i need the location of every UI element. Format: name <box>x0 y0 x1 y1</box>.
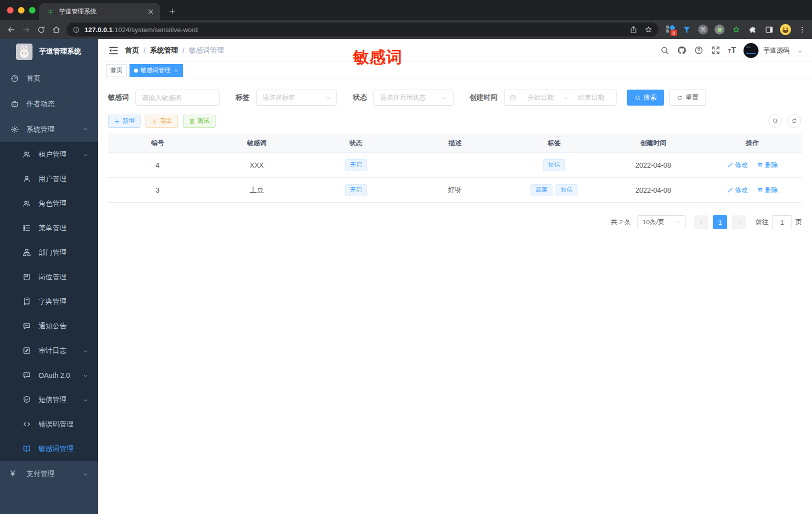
delete-link[interactable]: 删除 <box>757 186 778 195</box>
reset-button[interactable]: 重置 <box>669 90 706 106</box>
minimize-window-button[interactable] <box>18 7 24 14</box>
profile-emoji-icon[interactable] <box>779 23 792 36</box>
sidebar-item-tenant[interactable]: 租户管理 <box>0 142 98 167</box>
forward-button[interactable] <box>18 22 34 37</box>
sidebar-item-oauth[interactable]: OAuth 2.0 <box>0 363 98 387</box>
edit-link[interactable]: 修改 <box>727 161 748 170</box>
sidebar-item-label: 敏感词管理 <box>38 444 74 453</box>
tag-首页[interactable]: 首页 <box>106 64 127 77</box>
prev-page-button[interactable] <box>694 215 708 229</box>
refresh-icon <box>791 118 798 124</box>
side-panel-icon[interactable] <box>762 23 776 36</box>
sidebar-item-audit-log[interactable]: 审计日志 <box>0 338 98 363</box>
caret-down-icon[interactable] <box>797 48 803 54</box>
tag-close-icon[interactable] <box>173 68 178 73</box>
sidebar-item-menu[interactable]: 菜单管理 <box>0 216 98 240</box>
dashboard-icon <box>10 74 19 83</box>
address-bar[interactable]: 127.0.0.1:1024/system/sensitive-word <box>66 23 658 37</box>
openbook-icon <box>22 444 31 453</box>
github-icon[interactable] <box>677 46 686 55</box>
bookmark-star-icon[interactable] <box>644 26 652 34</box>
record-icon[interactable] <box>713 23 726 36</box>
date-range-picker[interactable]: 开始日期 - 结束日期 <box>504 90 617 106</box>
tags-view-bar: 首页敏感词管理 <box>98 62 812 79</box>
user-avatar[interactable] <box>744 43 758 58</box>
sidebar-item-error-code[interactable]: 错误码管理 <box>0 412 98 436</box>
user-name[interactable]: 芋道源码 <box>764 46 790 55</box>
table-row: 3土豆开启好呀蔬菜短信2022-04-08修改删除 <box>108 178 802 203</box>
refresh-table-button[interactable] <box>788 114 801 128</box>
browser-tab[interactable]: 芋道管理系统 <box>39 3 160 20</box>
测试-button[interactable]: 测试 <box>183 115 216 128</box>
zoom-window-button[interactable] <box>29 7 36 14</box>
refresh-icon <box>676 95 683 101</box>
help-icon[interactable] <box>694 46 704 55</box>
tag-select[interactable]: 请选择标签 <box>256 90 337 106</box>
cell-id: 4 <box>108 161 207 169</box>
filter-label-tag: 标签 <box>236 93 250 102</box>
tag-select-placeholder: 请选择标签 <box>262 93 295 102</box>
home-button[interactable] <box>48 22 64 37</box>
kebab-icon[interactable] <box>796 23 808 36</box>
back-button[interactable] <box>4 22 18 37</box>
page-number-1[interactable]: 1 <box>713 215 727 229</box>
sidebar-item-post[interactable]: 岗位管理 <box>0 265 98 289</box>
search-icon[interactable] <box>660 46 670 55</box>
导出-button[interactable]: 导出 <box>146 115 178 128</box>
delete-link[interactable]: 删除 <box>757 161 778 170</box>
sidebar-item-user[interactable]: 用户管理 <box>0 167 98 191</box>
goto-page-input[interactable] <box>772 215 792 229</box>
column-header: 标签 <box>504 139 604 148</box>
sidebar-item-sensitive-word[interactable]: 敏感词管理 <box>0 436 98 461</box>
fold-menu-icon[interactable] <box>108 45 119 56</box>
yen-icon: ¥ <box>10 469 19 478</box>
sidebar-item-dict[interactable]: 字典管理 <box>0 289 98 314</box>
sidebar-item-pay[interactable]: ¥支付管理 <box>0 461 98 486</box>
breadcrumb-item[interactable]: 首页 <box>125 46 139 55</box>
show-search-button[interactable] <box>768 114 782 128</box>
tag-敏感词管理[interactable]: 敏感词管理 <box>130 64 183 77</box>
new-tab-button[interactable] <box>165 4 179 18</box>
新增-button[interactable]: 新增 <box>108 115 140 128</box>
sidebar-item-home[interactable]: 首页 <box>0 66 98 91</box>
sidebar-item-system[interactable]: 系统管理 <box>0 117 98 142</box>
ext-grid-icon[interactable]: 9 <box>664 23 676 36</box>
tab-close-icon[interactable] <box>146 8 155 16</box>
sidebar-item-dept[interactable]: 部门管理 <box>0 240 98 265</box>
puzzle-icon[interactable] <box>746 23 759 36</box>
next-page-button[interactable] <box>732 215 746 229</box>
fullscreen-icon[interactable] <box>711 46 720 55</box>
status-badge: 开启 <box>345 184 367 196</box>
trash-icon <box>757 187 764 193</box>
cell-word: XXX <box>207 161 306 169</box>
search-button[interactable]: 搜索 <box>627 90 664 106</box>
breadcrumb-item[interactable]: 系统管理 <box>150 46 178 55</box>
sidebar-item-author-news[interactable]: 作者动态 <box>0 91 98 117</box>
command-icon[interactable]: ⌘ <box>696 23 710 36</box>
word-input[interactable] <box>136 90 220 106</box>
browser-tab-strip: 芋道管理系统 <box>0 0 812 20</box>
extensions-area: 9⌘ <box>662 23 808 36</box>
close-window-button[interactable] <box>7 7 14 14</box>
site-info-icon[interactable] <box>72 26 80 34</box>
tag-badge: 短信 <box>543 159 565 171</box>
page-size-select[interactable]: 10条/页 <box>637 215 686 229</box>
green-star-icon[interactable] <box>730 23 742 36</box>
column-header: 创建时间 <box>604 139 702 148</box>
share-icon[interactable] <box>630 26 638 34</box>
sidebar-item-sms[interactable]: 短信管理 <box>0 387 98 412</box>
page-numbers: 1 <box>710 215 730 229</box>
pagination: 共 2 条 10条/页 1 前往 页 <box>108 215 802 229</box>
status-select[interactable]: 请选择启用状态 <box>374 90 454 106</box>
font-size-icon[interactable]: TT <box>728 47 736 55</box>
reload-button[interactable] <box>34 22 48 37</box>
edit-link[interactable]: 修改 <box>727 186 748 195</box>
funnel-icon[interactable] <box>680 23 693 36</box>
pagination-total: 共 2 条 <box>611 218 631 227</box>
navbar-right: TT芋道源码 <box>660 43 803 58</box>
sidebar-item-label: 用户管理 <box>38 175 66 184</box>
sidebar-item-role[interactable]: 角色管理 <box>0 191 98 216</box>
sidebar-item-notice[interactable]: 通知公告 <box>0 314 98 338</box>
app-logo[interactable]: 芋道管理系统 <box>0 39 98 64</box>
edit-icon <box>22 346 31 355</box>
